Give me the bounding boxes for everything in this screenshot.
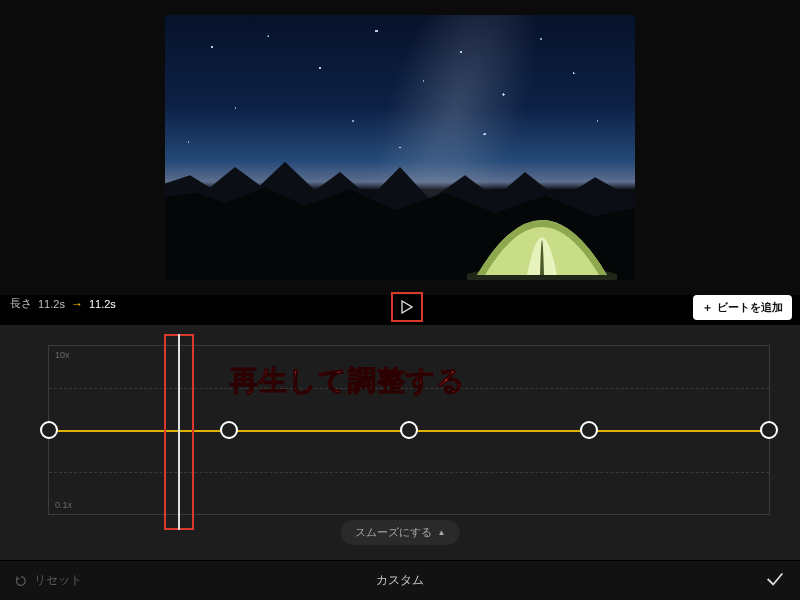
duration-original: 11.2s <box>38 298 65 310</box>
video-preview[interactable] <box>165 15 635 280</box>
add-beat-button[interactable]: ＋ ビートを追加 <box>693 295 792 320</box>
confirm-button[interactable] <box>764 568 786 594</box>
speed-node[interactable] <box>760 421 778 439</box>
reset-label: リセット <box>34 572 82 589</box>
arrow-icon: → <box>71 297 83 311</box>
play-button[interactable] <box>391 292 423 322</box>
check-icon <box>764 568 786 590</box>
y-axis-max: 10x <box>55 350 70 360</box>
speed-node[interactable] <box>220 421 238 439</box>
speed-node[interactable] <box>40 421 58 439</box>
add-beat-label: ビートを追加 <box>717 300 783 315</box>
play-icon <box>401 300 413 314</box>
video-preview-area <box>0 0 800 295</box>
speed-node[interactable] <box>580 421 598 439</box>
footer-bar: リセット カスタム <box>0 560 800 600</box>
playhead[interactable] <box>164 334 194 530</box>
plus-icon: ＋ <box>702 300 713 315</box>
duration-result: 11.2s <box>89 298 116 310</box>
duration-prefix: 長さ <box>10 296 32 311</box>
smooth-label: スムーズにする <box>355 525 432 540</box>
duration-info: 長さ11.2s → 11.2s <box>10 296 116 311</box>
y-axis-min: 0.1x <box>55 500 72 510</box>
speed-graph[interactable]: 10x 0.1x <box>48 345 770 515</box>
reset-icon <box>14 574 28 588</box>
chevron-up-icon: ▲ <box>438 528 446 537</box>
smooth-button[interactable]: スムーズにする ▲ <box>341 520 460 545</box>
speed-node[interactable] <box>400 421 418 439</box>
tent-illustration <box>467 185 617 280</box>
reset-button[interactable]: リセット <box>14 572 82 589</box>
mode-label: カスタム <box>376 572 424 589</box>
